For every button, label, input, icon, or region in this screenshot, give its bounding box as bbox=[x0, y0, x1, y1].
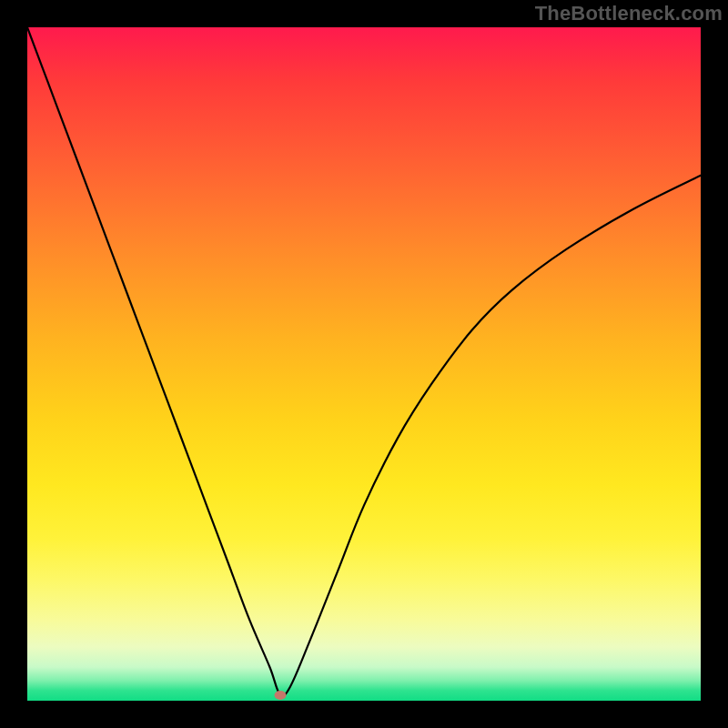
curve-svg bbox=[27, 27, 701, 701]
optimum-point-marker bbox=[274, 691, 286, 700]
watermark-text: TheBottleneck.com bbox=[535, 2, 723, 25]
plot-area bbox=[27, 27, 701, 701]
chart-frame: TheBottleneck.com bbox=[0, 0, 728, 728]
bottleneck-curve bbox=[27, 27, 701, 696]
